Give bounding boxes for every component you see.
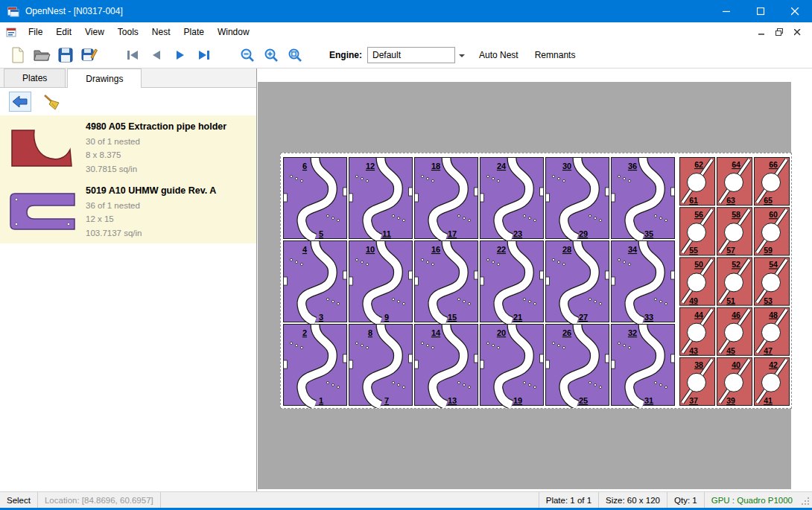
part-title: 4980 A05 Extraction pipe holder [86,119,226,134]
svg-text:25: 25 [579,396,588,405]
engine-select[interactable]: Default [367,47,455,63]
svg-text:54: 54 [769,260,778,269]
import-drawing-button[interactable] [9,92,31,112]
menu-file[interactable]: File [22,23,49,41]
svg-text:32: 32 [628,328,637,337]
svg-text:10: 10 [366,245,375,254]
drawings-list: 4980 A05 Extraction pipe holder 30 of 1 … [0,115,256,243]
nav-next-icon [174,49,186,61]
svg-text:56: 56 [694,210,703,219]
menu-view[interactable]: View [78,23,111,41]
svg-text:34: 34 [628,245,638,254]
resize-grip[interactable] [799,492,812,508]
plate-svg[interactable]: 6512111817242330293635431091615222128273… [281,153,791,408]
svg-text:42: 42 [769,360,778,369]
part-size: 8 x 8.375 [86,148,226,162]
mdi-close-button[interactable] [788,25,806,39]
status-mode: Select [0,492,38,508]
svg-text:19: 19 [513,396,522,405]
part-area: 103.7137 sq/in [86,226,216,240]
tab-plates[interactable]: Plates [4,68,66,87]
svg-text:23: 23 [513,229,522,238]
svg-text:29: 29 [579,229,588,238]
open-button[interactable] [30,44,54,66]
sidebar-tabstrip: Plates Drawings [0,68,256,88]
list-item-extraction-pipe-holder[interactable]: 4980 A05 Extraction pipe holder 30 of 1 … [0,115,256,179]
engine-label: Engine: [329,50,362,60]
main-toolbar: Engine: Default Auto Nest Remnants [0,42,812,68]
open-folder-icon [33,48,51,63]
status-qty: Qty: 1 [667,492,704,508]
part-thumbnail-red [0,124,86,170]
auto-nest-button[interactable]: Auto Nest [475,47,523,63]
app-icon [7,5,19,17]
part-title: 5019 A10 UHMW guide Rev. A [86,183,216,198]
nav-last-button[interactable] [192,44,216,66]
close-button[interactable] [778,0,812,22]
mdi-restore-button[interactable] [770,25,788,39]
svg-text:38: 38 [694,360,703,369]
save-as-button[interactable] [77,44,101,66]
status-location: Location: [84.8696, 60.6957] [38,492,161,508]
mdi-minimize-icon [758,29,765,36]
menu-nest[interactable]: Nest [145,23,177,41]
nav-prev-icon [150,49,162,61]
title-bar: OpenNest - [N0317-004] [0,0,812,22]
status-plate: Plate: 1 of 1 [539,492,598,508]
menu-edit[interactable]: Edit [49,23,78,41]
svg-text:27: 27 [579,313,588,322]
zoom-fit-button[interactable] [283,44,307,66]
save-as-icon [81,47,98,63]
nav-first-button[interactable] [121,44,145,66]
zoom-in-icon [264,48,279,63]
new-button[interactable] [6,44,30,66]
nav-prev-button[interactable] [145,44,168,66]
maximize-icon [757,7,765,16]
part-area: 30.7815 sq/in [86,162,226,176]
zoom-in-button[interactable] [259,44,283,66]
status-gpu: GPU : Quadro P1000 [704,492,799,508]
status-size: Size: 60 x 120 [598,492,667,508]
svg-text:49: 49 [689,296,698,305]
mdi-window-controls [752,25,812,39]
svg-text:31: 31 [644,396,653,405]
svg-text:63: 63 [726,196,735,205]
svg-text:20: 20 [497,328,506,337]
clear-drawings-button[interactable] [40,92,63,112]
svg-text:22: 22 [497,245,506,254]
document-icon [6,27,17,38]
resize-grip-icon [801,497,810,506]
menu-window[interactable]: Window [211,23,256,41]
part-nested-count: 36 of 1 nested [86,199,216,212]
tab-drawings[interactable]: Drawings [67,68,142,88]
new-file-icon [10,47,25,63]
minimize-button[interactable] [709,0,743,22]
svg-text:21: 21 [513,313,522,322]
chevron-down-icon [459,54,465,57]
menu-plate[interactable]: Plate [177,23,211,41]
svg-text:44: 44 [694,310,703,319]
svg-text:47: 47 [764,346,773,355]
drawings-toolbar [0,88,256,115]
menu-tools[interactable]: Tools [111,23,145,41]
svg-text:65: 65 [764,196,773,205]
svg-text:57: 57 [726,246,735,255]
nesting-canvas[interactable]: 6512111817242330293635431091615222128273… [258,68,812,491]
remnants-button[interactable]: Remnants [530,47,580,63]
sidebar: Plates Drawings 4980 A05 Extraction p [0,68,257,491]
svg-text:24: 24 [497,162,507,170]
list-item-uhmw-guide[interactable]: 5019 A10 UHMW guide Rev. A 36 of 1 neste… [0,179,256,243]
plate[interactable]: 6512111817242330293635431091615222128273… [280,153,792,409]
nav-next-button[interactable] [168,44,192,66]
svg-text:26: 26 [562,328,571,337]
maximize-button[interactable] [743,0,778,22]
svg-text:28: 28 [562,245,571,254]
svg-text:60: 60 [769,210,778,219]
svg-text:48: 48 [769,310,778,319]
mdi-minimize-button[interactable] [752,25,770,39]
zoom-out-button[interactable] [235,44,259,66]
svg-text:3: 3 [319,313,323,322]
svg-text:40: 40 [732,360,740,369]
save-button[interactable] [54,44,77,66]
svg-text:12: 12 [366,162,375,170]
